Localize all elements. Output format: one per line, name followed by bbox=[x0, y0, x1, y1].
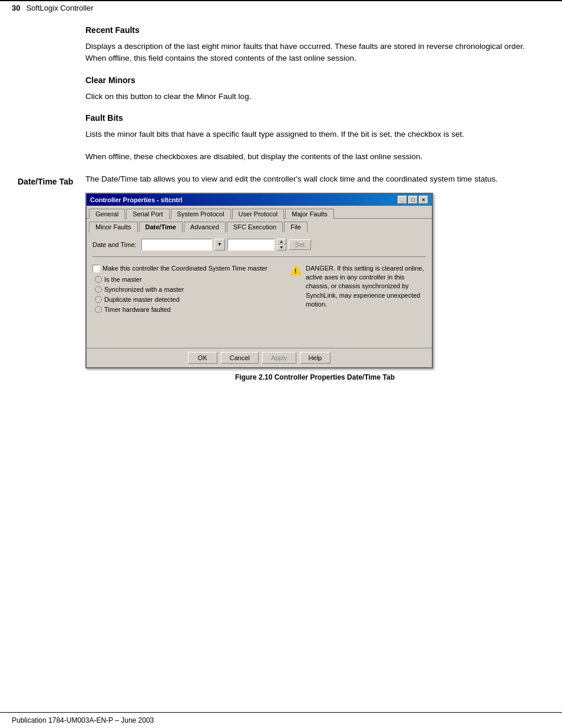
close-button[interactable]: × bbox=[419, 196, 428, 204]
tab-serial-port[interactable]: Serial Port bbox=[126, 209, 169, 219]
dialog-right-panel: ! DANGER. If this setting is cleared onl… bbox=[290, 264, 426, 316]
help-button[interactable]: Help bbox=[300, 352, 331, 364]
radio-synchronized-label: Synchronized with a master bbox=[104, 286, 184, 293]
tab-advanced[interactable]: Advanced bbox=[184, 222, 226, 232]
tab-datetime[interactable]: Date/Time bbox=[139, 222, 183, 232]
dialog-body: Date and Time: ▼ ▲ ▼ Set bbox=[87, 232, 432, 348]
tabs-row-2: Minor Faults Date/Time Advanced SFC Exec… bbox=[87, 219, 432, 232]
dialog-left-panel: Make this controller the Coordinated Sys… bbox=[92, 264, 285, 316]
date-time-row: Date and Time: ▼ ▲ ▼ Set bbox=[92, 239, 426, 251]
radio-is-master-icon bbox=[95, 276, 102, 283]
tabs-row-1: General Serial Port System Protocol User… bbox=[87, 206, 432, 219]
cst-master-checkbox[interactable] bbox=[92, 265, 100, 272]
tab-user-protocol[interactable]: User Protocol bbox=[232, 209, 285, 219]
cst-master-checkbox-row: Make this controller the Coordinated Sys… bbox=[92, 264, 285, 272]
cst-master-label: Make this controller the Coordinated Sys… bbox=[103, 264, 267, 272]
minimize-button[interactable]: _ bbox=[398, 196, 407, 204]
ok-button[interactable]: OK bbox=[188, 352, 217, 364]
radio-timer-faulted-label: Timer hardware faulted bbox=[104, 306, 171, 313]
radio-duplicate-label: Duplicate master detected bbox=[104, 296, 180, 303]
cancel-button[interactable]: Cancel bbox=[221, 352, 259, 364]
page-number: 30 bbox=[12, 4, 20, 12]
danger-warning-box: ! DANGER. If this setting is cleared onl… bbox=[290, 264, 426, 309]
radio-timer-faulted-icon bbox=[95, 306, 102, 313]
danger-icon: ! bbox=[290, 264, 302, 276]
dialog-main-content: Make this controller the Coordinated Sys… bbox=[92, 261, 426, 319]
dialog-title: Controller Properties - sltcntrl bbox=[90, 196, 182, 203]
fault-bits-body1: Lists the minor fault bits that have a s… bbox=[85, 129, 544, 140]
publication-info: Publication 1784-UM003A-EN-P – June 2003 bbox=[12, 716, 154, 724]
radio-duplicate-icon bbox=[95, 296, 102, 303]
page-subtitle: SoftLogix Controller bbox=[26, 4, 93, 12]
fault-bits-heading: Fault Bits bbox=[85, 113, 544, 123]
maximize-button[interactable]: □ bbox=[408, 196, 418, 204]
tab-file[interactable]: File bbox=[284, 222, 308, 232]
set-button[interactable]: Set bbox=[289, 239, 312, 250]
dialog-footer: OK Cancel Apply Help bbox=[87, 348, 432, 367]
radio-synchronized-icon bbox=[95, 286, 102, 293]
tab-major-faults[interactable]: Major Faults bbox=[285, 209, 334, 219]
page-footer: Publication 1784-UM003A-EN-P – June 2003 bbox=[0, 712, 562, 728]
radio-is-master-label: Is the master bbox=[104, 276, 142, 283]
radio-synchronized[interactable]: Synchronized with a master bbox=[95, 286, 285, 293]
date-time-label: Date and Time: bbox=[92, 241, 137, 248]
recent-faults-heading: Recent Faults bbox=[85, 25, 544, 35]
tab-general[interactable]: General bbox=[89, 209, 125, 219]
spin-up-button[interactable]: ▲ bbox=[277, 239, 286, 245]
time-input[interactable] bbox=[227, 239, 275, 251]
date-input[interactable] bbox=[141, 239, 212, 251]
clear-minors-body: Click on this button to clear the Minor … bbox=[85, 91, 544, 103]
titlebar-controls: _ □ × bbox=[398, 196, 428, 204]
danger-text: DANGER. If this setting is cleared onlin… bbox=[306, 264, 426, 309]
danger-exclamation: ! bbox=[295, 268, 296, 276]
radio-is-master[interactable]: Is the master bbox=[95, 276, 285, 283]
datetime-tab-label: Date/Time Tab bbox=[18, 174, 73, 186]
apply-button[interactable]: Apply bbox=[262, 352, 296, 364]
fault-bits-body2: When offline, these checkboxes are disab… bbox=[85, 151, 544, 163]
clear-minors-heading: Clear Minors bbox=[85, 75, 544, 85]
tab-system-protocol[interactable]: System Protocol bbox=[171, 209, 231, 219]
radio-duplicate[interactable]: Duplicate master detected bbox=[95, 296, 285, 303]
datetime-tab-description: The Date/Time tab allows you to view and… bbox=[85, 173, 544, 185]
figure-caption: Figure 2.10 Controller Properties Date/T… bbox=[85, 373, 544, 381]
radio-timer-faulted[interactable]: Timer hardware faulted bbox=[95, 306, 285, 313]
time-spin-buttons: ▲ ▼ bbox=[277, 239, 286, 251]
date-dropdown-button[interactable]: ▼ bbox=[214, 239, 225, 251]
dialog-titlebar: Controller Properties - sltcntrl _ □ × bbox=[87, 194, 432, 206]
controller-properties-dialog: Controller Properties - sltcntrl _ □ × G… bbox=[85, 193, 433, 368]
tab-minor-faults[interactable]: Minor Faults bbox=[89, 222, 138, 232]
spin-down-button[interactable]: ▼ bbox=[277, 245, 286, 251]
recent-faults-body: Displays a description of the last eight… bbox=[85, 41, 544, 65]
tab-sfc-execution[interactable]: SFC Execution bbox=[227, 222, 283, 232]
